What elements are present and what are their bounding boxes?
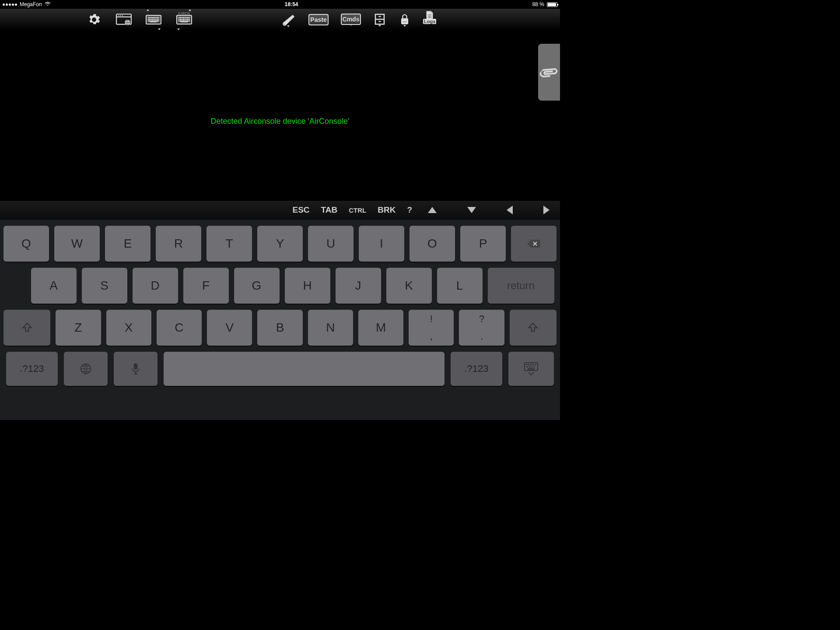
key-m[interactable]: M — [358, 310, 403, 346]
key-g[interactable]: G — [234, 268, 280, 304]
scripts-button[interactable] — [280, 12, 296, 27]
key-k[interactable]: K — [386, 268, 432, 304]
esc-key[interactable]: ESC — [293, 205, 310, 215]
keyboard-swap-button[interactable] — [145, 12, 162, 28]
key-v[interactable]: V — [207, 310, 252, 346]
key-o[interactable]: O — [410, 226, 455, 262]
key-u[interactable]: U — [308, 226, 354, 262]
battery-icon — [547, 2, 557, 7]
shift-key-right[interactable] — [510, 310, 556, 346]
keyboard-row-3: Z X C V B N M ! , ? . — [4, 310, 556, 346]
arrow-up-key[interactable] — [428, 207, 437, 213]
space-key[interactable] — [164, 352, 444, 386]
cisco-keyboard-button[interactable]: CISCO — [175, 12, 193, 28]
file-cabinet-icon — [373, 13, 386, 26]
key-t[interactable]: T — [206, 226, 252, 262]
shift-icon — [21, 322, 33, 334]
lock-button[interactable]: **** — [399, 13, 411, 27]
key-s[interactable]: S — [82, 268, 127, 304]
key-n[interactable]: N — [308, 310, 353, 346]
svg-rect-16 — [134, 363, 138, 370]
mic-icon — [131, 362, 140, 375]
key-q[interactable]: Q — [4, 226, 49, 262]
key-w[interactable]: W — [54, 226, 100, 262]
svg-rect-27 — [528, 368, 535, 370]
svg-rect-22 — [535, 364, 536, 365]
numtoggle-key-right[interactable]: .?123 — [451, 352, 502, 386]
paste-badge: Paste — [308, 14, 329, 25]
side-clip-tab[interactable] — [538, 44, 560, 101]
key-p[interactable]: P — [460, 226, 506, 262]
backspace-icon — [526, 238, 541, 249]
ctrl-key[interactable]: CTRL — [349, 206, 366, 214]
app-toolbar: CISCO Paste Cmds — [0, 9, 560, 31]
gear-icon — [87, 12, 102, 27]
svg-rect-23 — [527, 366, 528, 368]
shift-key-left[interactable] — [4, 310, 50, 346]
battery-text: 88 % — [532, 1, 544, 7]
keyboard-icon: CISCO — [176, 15, 192, 24]
shift-icon — [527, 322, 539, 334]
scroll-icon — [280, 12, 296, 26]
svg-rect-21 — [532, 364, 534, 365]
svg-rect-25 — [531, 366, 532, 368]
settings-button[interactable] — [85, 12, 103, 28]
arrow-right-key[interactable] — [543, 206, 550, 214]
key-e[interactable]: E — [105, 226, 150, 262]
key-r[interactable]: R — [156, 226, 201, 262]
status-right: 88 % — [532, 1, 557, 7]
status-left: MegaFon — [3, 1, 51, 7]
key-j[interactable]: J — [336, 268, 381, 304]
tab-key[interactable]: TAB — [321, 205, 338, 215]
logs-button[interactable]: Logs — [423, 10, 436, 29]
assist-bar: ESC TAB CTRL BRK ? — [0, 200, 560, 220]
paste-button[interactable]: Paste — [308, 14, 329, 25]
key-l[interactable]: L — [437, 268, 483, 304]
cmds-badge: Cmds — [341, 14, 361, 25]
key-i[interactable]: I — [359, 226, 404, 262]
keyboard-row-4: .?123 .?123 — [4, 352, 556, 386]
terminal-message: Detected Airconsole device 'AirConsole' — [210, 117, 349, 126]
backspace-key[interactable] — [511, 226, 556, 262]
key-comma[interactable]: ! , — [409, 310, 454, 346]
svg-point-3 — [120, 15, 121, 16]
globe-key[interactable] — [64, 352, 108, 386]
svg-rect-8 — [379, 16, 381, 17]
browser-icon — [116, 13, 132, 26]
key-x[interactable]: X — [106, 310, 151, 346]
key-a[interactable]: A — [31, 268, 77, 304]
browser-button[interactable] — [116, 13, 132, 26]
key-y[interactable]: Y — [257, 226, 303, 262]
lock-icon: **** — [399, 13, 411, 26]
key-c[interactable]: C — [157, 310, 202, 346]
paperclip-icon — [537, 60, 560, 85]
arrow-left-key[interactable] — [507, 206, 513, 214]
files-button[interactable] — [373, 13, 386, 27]
svg-rect-26 — [533, 366, 535, 368]
numtoggle-key-left[interactable]: .?123 — [6, 352, 58, 386]
keyboard-row-1: Q W E R T Y U I O P — [4, 226, 556, 262]
svg-text:****: **** — [403, 21, 407, 24]
keyboard-icon — [146, 15, 161, 24]
key-b[interactable]: B — [257, 310, 302, 346]
svg-rect-19 — [528, 364, 529, 365]
svg-rect-20 — [530, 364, 532, 365]
return-key[interactable]: return — [488, 268, 554, 304]
key-d[interactable]: D — [133, 268, 178, 304]
help-key[interactable]: ? — [407, 205, 412, 215]
terminal-area[interactable]: Detected Airconsole device 'AirConsole' — [0, 31, 560, 200]
dictation-key[interactable] — [114, 352, 158, 386]
signal-dots-icon — [3, 4, 17, 6]
arrow-down-key[interactable] — [467, 207, 476, 213]
key-h[interactable]: H — [285, 268, 330, 304]
carrier-label: MegaFon — [20, 1, 42, 7]
brk-key[interactable]: BRK — [378, 205, 396, 215]
key-period[interactable]: ? . — [459, 310, 504, 346]
svg-point-4 — [122, 15, 123, 16]
key-z[interactable]: Z — [56, 310, 101, 346]
svg-rect-9 — [379, 21, 381, 22]
key-f[interactable]: F — [183, 268, 229, 304]
svg-rect-24 — [529, 366, 530, 368]
dismiss-keyboard-key[interactable] — [508, 352, 554, 386]
cmds-button[interactable]: Cmds — [341, 14, 361, 26]
